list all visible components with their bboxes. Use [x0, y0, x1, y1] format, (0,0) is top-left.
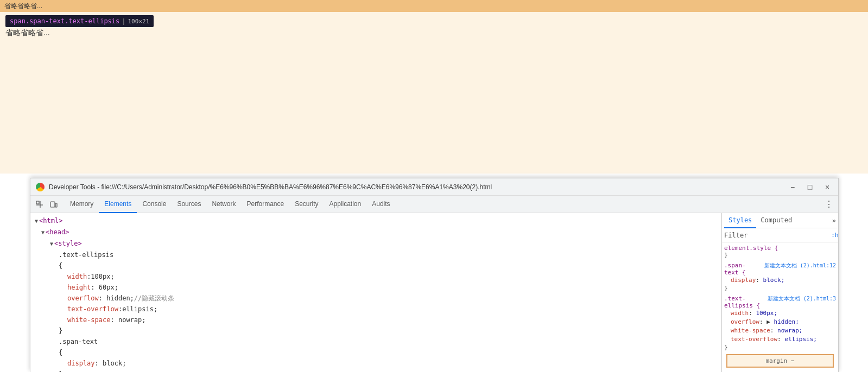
dom-css-prop-height: height: 60px; [30, 282, 721, 293]
tooltip-selector: span.span-text.text-ellipsis [10, 17, 119, 25]
maximize-button[interactable]: □ [804, 183, 815, 191]
svg-rect-0 [36, 201, 39, 204]
span-text-source[interactable]: 新建文本文档 (2).html:12 [764, 262, 836, 270]
tab-application[interactable]: Application [324, 196, 367, 213]
element-style-selector: element.style { [724, 245, 778, 252]
expand-icon[interactable]: ▼ [50, 241, 53, 247]
tab-memory[interactable]: Memory [65, 196, 99, 213]
more-tabs-button[interactable]: ⋮ [822, 198, 835, 211]
tab-network[interactable]: Network [206, 196, 241, 213]
styles-panel-tabs: Styles Computed » [722, 213, 838, 228]
margin-box: margin − [726, 354, 834, 368]
dom-css-brace-3: { [30, 347, 721, 358]
address-text: 省略省略省... [4, 2, 42, 11]
minimize-button[interactable]: − [787, 183, 798, 191]
dom-line-html[interactable]: ▼<html> [30, 215, 721, 227]
margin-dash: − [791, 357, 795, 364]
tab-console[interactable]: Console [137, 196, 172, 213]
tab-icon-buttons [33, 198, 60, 211]
dom-css-selector-1: .text-ellipsis [30, 249, 721, 260]
dom-line-style[interactable]: ▼<style> [30, 238, 721, 249]
ellipsis-whitespace-prop: white-space: nowrap; [724, 326, 836, 335]
filter-pseudo[interactable]: :hov [831, 232, 838, 239]
styles-more-icon[interactable]: » [832, 217, 836, 225]
devtools-title: Developer Tools - file:///C:/Users/Admin… [49, 183, 783, 191]
devtools-body: ▼<html> ▼<head> ▼<style> .text-ellipsis … [30, 213, 838, 372]
tab-elements[interactable]: Elements [99, 196, 137, 213]
ellipsis-overflow-prop: overflow: ▶ hidden; [724, 318, 836, 326]
dom-css-brace-4: } [30, 369, 721, 372]
devtools-titlebar: Developer Tools - file:///C:/Users/Admin… [30, 178, 838, 196]
tab-sources[interactable]: Sources [172, 196, 206, 213]
dom-css-prop-display: display: block; [30, 358, 721, 369]
devtools-controls: − □ × [787, 183, 833, 191]
dom-css-prop-overflow: overflow: hidden;//隐藏滚动条 [30, 293, 721, 304]
tab-security[interactable]: Security [289, 196, 324, 213]
expand-icon[interactable]: ▼ [41, 229, 45, 235]
dom-css-prop-width: width:100px; [30, 271, 721, 282]
svg-rect-4 [55, 203, 57, 207]
dom-css-prop-text-overflow: text-overflow:ellipsis; [30, 304, 721, 315]
tooltip-dimensions: 100×21 [128, 18, 149, 25]
styles-filter-bar: Filter :hov .cls + [722, 228, 838, 242]
address-bar: 省略省略省... [0, 0, 868, 12]
elements-panel[interactable]: ▼<html> ▼<head> ▼<style> .text-ellipsis … [30, 213, 721, 372]
style-rule-element: element.style { } [724, 245, 836, 259]
svg-rect-3 [50, 202, 55, 207]
tab-computed[interactable]: Computed [756, 213, 796, 228]
inspect-element-icon[interactable] [33, 198, 46, 211]
dom-css-brace-1: { [30, 260, 721, 271]
styles-panel: Styles Computed » Filter :hov .cls + ele… [721, 213, 838, 372]
tab-performance[interactable]: Performance [241, 196, 289, 213]
devtools-window: Developer Tools - file:///C:/Users/Admin… [30, 178, 839, 372]
close-button[interactable]: × [822, 183, 833, 191]
ellipsis-width-prop: width: 100px; [724, 309, 836, 318]
element-tooltip: span.span-text.text-ellipsis | 100×21 [5, 15, 154, 27]
filter-label: Filter [724, 232, 747, 239]
devtools-tabs-bar: Memory Elements Console Sources Network … [30, 196, 838, 213]
span-text-selector: .span- [724, 262, 746, 269]
expand-icon[interactable]: ▼ [35, 218, 38, 224]
styles-content: element.style { } .span- 新建文本文档 (2).html… [722, 242, 838, 372]
text-ellipsis-selector: .text- [724, 295, 746, 302]
dom-css-selector-2: .span-text [30, 336, 721, 347]
device-toggle-icon[interactable] [47, 198, 60, 211]
filter-input[interactable] [750, 232, 831, 239]
span-text-display-prop: display: block; [724, 276, 836, 285]
page-text: 省略省略省... [5, 28, 50, 37]
tab-audits[interactable]: Audits [366, 196, 395, 213]
ellipsis-textoverflow-prop: text-overflow: ellipsis; [724, 335, 836, 344]
dom-css-brace-2: } [30, 325, 721, 336]
tab-styles[interactable]: Styles [724, 213, 756, 228]
style-rule-span-text: .span- 新建文本文档 (2).html:12 text { display… [724, 262, 836, 292]
text-ellipsis-source[interactable]: 新建文本文档 (2).html:3 [768, 295, 836, 303]
dom-line-head[interactable]: ▼<head> [30, 227, 721, 238]
chrome-icon [36, 183, 45, 191]
browser-viewport: 省略省略省... span.span-text.text-ellipsis | … [0, 0, 868, 174]
style-rule-text-ellipsis: .text- 新建文本文档 (2).html:3 ellipsis { widt… [724, 295, 836, 351]
dom-css-prop-white-space: white-space: nowrap; [30, 315, 721, 325]
margin-label: margin [766, 357, 788, 364]
